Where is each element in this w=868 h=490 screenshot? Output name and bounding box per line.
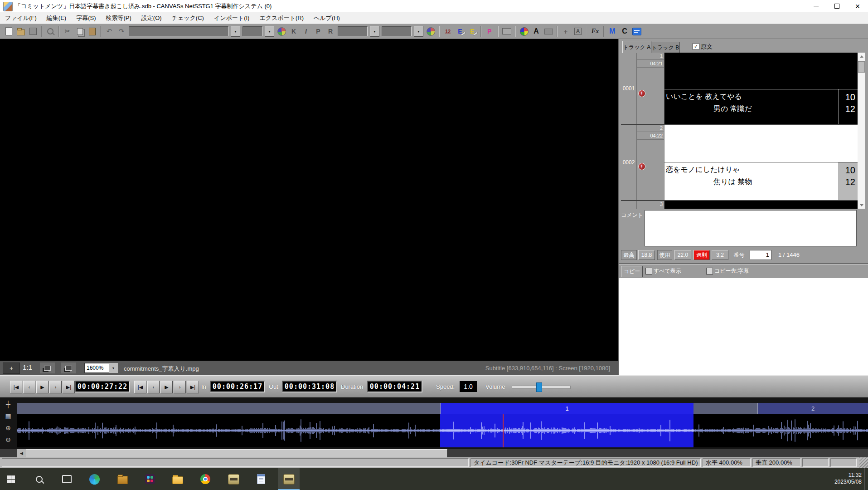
zoom-out-tool-icon[interactable]: ⊖ (4, 435, 13, 444)
scroll-left-icon[interactable]: ◀ (17, 449, 26, 457)
prev-subtitle-button[interactable]: ‹ (147, 381, 160, 393)
timeline-region-2[interactable]: 2 (757, 403, 868, 414)
row-text-area[interactable]: いいことを 教えてやる 男の 常識だ (664, 53, 839, 124)
copy-icon[interactable] (75, 26, 85, 36)
redo-icon[interactable]: ↷ (116, 26, 126, 36)
play-button[interactable]: ▶ (36, 381, 48, 393)
save-icon[interactable] (28, 26, 38, 36)
period-icon[interactable]: P (313, 26, 323, 36)
open-file-icon[interactable] (16, 26, 26, 36)
volume-slider-handle[interactable] (536, 382, 542, 392)
list-scrollbar[interactable] (858, 53, 865, 209)
font-color-wheel-icon[interactable] (276, 26, 286, 36)
speed-value[interactable]: 1.0 (460, 381, 477, 392)
subtitle-number-input[interactable]: 1 (750, 250, 771, 260)
edit-blue-icon[interactable]: E (455, 26, 465, 36)
search-icon[interactable] (45, 26, 55, 36)
go-end-button[interactable]: ▶| (63, 381, 75, 393)
go-start-button[interactable]: |◀ (10, 381, 22, 393)
menu-check[interactable]: チェック(C) (167, 12, 209, 24)
menu-subtitle[interactable]: 字幕(S) (71, 12, 101, 24)
pan-tool-icon[interactable]: + (561, 26, 571, 36)
palette-icon[interactable] (426, 26, 436, 36)
playhead-line[interactable] (503, 414, 504, 447)
boxed-a-icon[interactable]: A (573, 26, 583, 36)
subtitle-row-3-partial[interactable]: 3 05:08 (621, 201, 858, 209)
taskbar-app[interactable] (112, 468, 133, 490)
m-icon[interactable]: M (607, 26, 617, 36)
fx-icon[interactable]: Fx (590, 26, 600, 36)
last-subtitle-button[interactable]: ▶| (187, 381, 199, 393)
color-circle-icon[interactable] (519, 26, 529, 36)
taskbar-notepad[interactable] (250, 468, 272, 490)
step-back-button[interactable]: ‹ (23, 381, 35, 393)
taskbar-netsstg-active[interactable] (278, 468, 300, 490)
close-button[interactable] (847, 0, 868, 12)
style-combo-1-arrow-icon[interactable] (370, 26, 379, 37)
paragraph-p-icon[interactable]: P (485, 26, 495, 36)
undo-icon[interactable]: ↶ (104, 26, 114, 36)
comment-textarea[interactable] (645, 210, 857, 246)
play-subtitle-button[interactable]: ▶ (160, 381, 173, 393)
taskbar-edge[interactable] (83, 468, 105, 490)
font-size-12-icon[interactable]: 12 (443, 26, 453, 36)
font-size-combo[interactable] (242, 26, 262, 36)
font-size-combo-arrow-icon[interactable] (265, 26, 274, 37)
paste-icon[interactable] (87, 26, 97, 36)
taskbar-clock[interactable]: 11:32 2023/05/08 (834, 472, 862, 485)
menu-settings[interactable]: 設定(O) (136, 12, 167, 24)
new-file-icon[interactable] (4, 26, 14, 36)
zoom-dropdown-icon[interactable] (109, 363, 118, 373)
grid-tool-icon[interactable]: ▦ (4, 412, 13, 421)
subtitle-row-2-selected[interactable]: 0002 2 04:22 ! 恋をモノにしたけりゃ 焦りは 禁物 10 (621, 125, 858, 200)
zoom-level-input[interactable]: 1600% (84, 363, 111, 373)
taskbar-netsstg[interactable] (223, 468, 244, 490)
menu-import[interactable]: インポート(I) (209, 12, 255, 24)
tab-track-b[interactable]: トラック B (651, 42, 680, 53)
minimize-button[interactable] (805, 0, 826, 12)
original-text-checkbox[interactable] (693, 43, 699, 50)
next-subtitle-button[interactable]: › (174, 381, 186, 393)
box-icon[interactable] (543, 26, 553, 36)
cut-icon[interactable]: ✂ (63, 26, 73, 36)
maximize-button[interactable] (826, 0, 847, 12)
timeline-scrollbar-thumb[interactable] (26, 449, 447, 457)
resize-grip[interactable] (859, 457, 868, 468)
copy-dest-checkbox[interactable] (706, 268, 713, 274)
zoom-in-tool-icon[interactable]: ⊕ (4, 423, 13, 432)
scale-1to1-button[interactable]: 1:1 (23, 363, 32, 371)
pan-video-icon[interactable]: + (3, 363, 20, 374)
timeline-ruler[interactable]: 1 2 (17, 403, 868, 414)
font-a-icon[interactable]: A (531, 26, 541, 36)
show-all-checkbox[interactable] (645, 268, 652, 274)
c-icon[interactable]: C (620, 26, 630, 36)
style-combo-2-arrow-icon[interactable] (414, 26, 423, 37)
font-combo[interactable] (129, 26, 228, 36)
video-preview[interactable] (0, 39, 618, 361)
scrollbar-thumb[interactable] (858, 61, 865, 73)
show-desktop-button[interactable] (864, 468, 868, 490)
blue-monitor-icon[interactable] (632, 26, 642, 36)
menu-search[interactable]: 検索等(P) (101, 12, 136, 24)
style-combo-1[interactable] (338, 26, 368, 36)
copy-button[interactable]: コピー (621, 266, 643, 277)
monitor-icon[interactable] (502, 26, 512, 36)
subtitle-row-1[interactable]: 0001 1 04:21 ! いいことを 教えてやる 男の 常識だ 10 (621, 53, 858, 124)
scroll-up-icon[interactable] (858, 53, 865, 60)
taskbar-chrome[interactable] (194, 468, 216, 490)
step-forward-button[interactable]: › (49, 381, 62, 393)
first-subtitle-button[interactable]: |◀ (134, 381, 146, 393)
kerning-icon[interactable]: K (289, 26, 299, 36)
italic-icon[interactable]: I (301, 26, 311, 36)
task-view-button[interactable] (56, 468, 78, 490)
edit-yellow-icon[interactable]: E (467, 26, 477, 36)
font-combo-arrow-icon[interactable] (231, 26, 240, 37)
row-text-area[interactable]: 恋をモノにしたけりゃ 焦りは 禁物 (664, 125, 839, 200)
taskbar-search-button[interactable] (28, 468, 50, 490)
link-subtitle-icon[interactable] (40, 363, 55, 373)
tab-track-a[interactable]: トラック A (622, 41, 651, 53)
marker-tool-icon[interactable]: ┼ (4, 400, 13, 409)
scroll-down-icon[interactable] (858, 201, 865, 209)
menu-edit[interactable]: 編集(E) (42, 12, 71, 24)
ruby-icon[interactable]: R (325, 26, 335, 36)
